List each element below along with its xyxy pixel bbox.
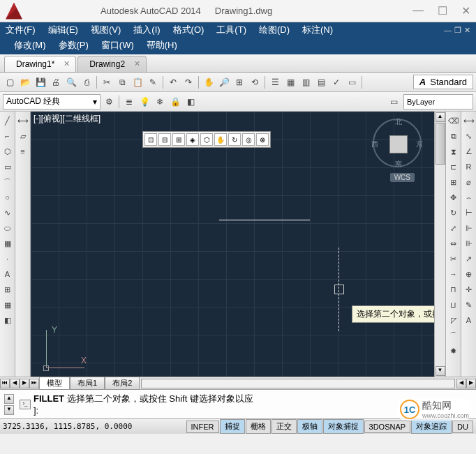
zoom-icon[interactable]: 🔎 bbox=[217, 75, 231, 89]
dim-aligned-icon[interactable]: ⤡ bbox=[463, 130, 475, 142]
doc-tab-drawing1[interactable]: Drawing1* ✕ bbox=[4, 56, 76, 72]
menu-window[interactable]: 窗口(W) bbox=[101, 39, 134, 52]
dim-radius-icon[interactable]: R bbox=[463, 160, 475, 173]
tab-next-icon[interactable]: ▶ bbox=[20, 379, 29, 388]
publish-icon[interactable]: ⎙ bbox=[80, 75, 94, 89]
calc-icon[interactable]: ▭ bbox=[345, 75, 359, 89]
region-icon[interactable]: ◧ bbox=[1, 314, 14, 326]
menu-param[interactable]: 参数(P) bbox=[59, 39, 89, 52]
tab-close-icon[interactable]: ✕ bbox=[64, 59, 70, 68]
gear-icon[interactable]: ⚙ bbox=[102, 95, 116, 109]
minimize-button[interactable]: — bbox=[412, 4, 424, 17]
horizontal-scrollbar[interactable] bbox=[141, 379, 455, 388]
maximize-button[interactable]: ☐ bbox=[438, 4, 447, 17]
ellipse-icon[interactable]: ⬭ bbox=[1, 222, 14, 234]
toggle-ortho[interactable]: 正交 bbox=[272, 419, 297, 434]
redo-icon[interactable]: ↷ bbox=[181, 75, 195, 89]
join-icon[interactable]: ⊔ bbox=[447, 298, 460, 311]
tab-last-icon[interactable]: ⏭ bbox=[29, 379, 39, 388]
coordinates[interactable]: 3725.3136, 1115.8785, 0.0000 bbox=[3, 422, 132, 431]
child-close-icon[interactable]: ✕ bbox=[464, 26, 470, 35]
menu-file[interactable]: 文件(F) bbox=[6, 24, 36, 36]
rotate-icon[interactable]: ↻ bbox=[447, 206, 460, 219]
hatch-icon[interactable]: ▦ bbox=[1, 237, 14, 250]
cut-icon[interactable]: ✂ bbox=[100, 75, 114, 89]
menu-modify[interactable]: 修改(M) bbox=[14, 39, 46, 52]
cmd-scroll-up-icon[interactable]: ▲ bbox=[4, 394, 14, 404]
copy-obj-icon[interactable]: ⧉ bbox=[447, 130, 460, 142]
list-icon[interactable]: ≡ bbox=[17, 145, 29, 158]
toggle-snap[interactable]: 捕捉 bbox=[220, 419, 245, 434]
text-icon[interactable]: A bbox=[1, 268, 14, 280]
tab-close-icon[interactable]: ✕ bbox=[134, 59, 140, 68]
viewcube[interactable]: 北 南 东 西 bbox=[373, 119, 422, 167]
arc-icon[interactable]: ⌒ bbox=[1, 176, 14, 188]
drawn-line-entity[interactable] bbox=[219, 220, 310, 220]
scroll-left-icon[interactable]: ◀ bbox=[456, 379, 466, 388]
match-icon[interactable]: ✎ bbox=[146, 75, 160, 89]
dim-edit-icon[interactable]: ✎ bbox=[463, 298, 475, 311]
tab-prev-icon[interactable]: ◀ bbox=[10, 379, 20, 388]
view-top-icon[interactable]: ⊡ bbox=[144, 133, 157, 146]
break-icon[interactable]: ⊓ bbox=[447, 283, 460, 296]
drawing-canvas[interactable]: [-][俯视][二维线框] ⊡ ⊟ ⊞ ◈ ⬡ ✋ ↻ ◎ ⊗ 北 南 东 西 … bbox=[31, 112, 434, 377]
dim-linear-icon[interactable]: ⟷ bbox=[463, 114, 475, 127]
view-orbit-icon[interactable]: ↻ bbox=[228, 133, 241, 146]
dim-style-icon[interactable]: A bbox=[463, 314, 475, 326]
design-center-icon[interactable]: ▦ bbox=[283, 75, 297, 89]
tab-first-icon[interactable]: ⏮ bbox=[0, 379, 10, 388]
child-restore-icon[interactable]: ❐ bbox=[454, 26, 461, 35]
bylayer-icon[interactable]: ▭ bbox=[387, 95, 401, 109]
view-pan-icon[interactable]: ✋ bbox=[214, 133, 227, 146]
scroll-thumb[interactable] bbox=[436, 123, 445, 165]
toggle-polar[interactable]: 极轴 bbox=[297, 419, 322, 434]
layer-lock-icon[interactable]: 🔒 bbox=[168, 95, 182, 109]
circle-icon[interactable]: ○ bbox=[1, 191, 14, 204]
point-icon[interactable]: · bbox=[1, 252, 14, 265]
scroll-up-icon[interactable]: ▲ bbox=[436, 112, 445, 122]
mirror-icon[interactable]: ⧗ bbox=[447, 145, 460, 158]
scale-icon[interactable]: ⤢ bbox=[447, 222, 460, 234]
menu-tools[interactable]: 工具(T) bbox=[216, 24, 246, 36]
toggle-otrack[interactable]: 对象追踪 bbox=[411, 419, 452, 434]
stretch-icon[interactable]: ⇔ bbox=[447, 237, 460, 250]
explode-icon[interactable]: ✸ bbox=[447, 345, 460, 357]
view-left-icon[interactable]: ⊞ bbox=[172, 133, 185, 146]
layer-state-icon[interactable]: 💡 bbox=[137, 95, 151, 109]
doc-tab-drawing2[interactable]: Drawing2 ✕ bbox=[77, 56, 147, 72]
block-icon[interactable]: ⊞ bbox=[1, 283, 14, 296]
save-icon[interactable]: 💾 bbox=[34, 75, 47, 89]
tolerance-icon[interactable]: ⊕ bbox=[463, 268, 475, 280]
menu-help[interactable]: 帮助(H) bbox=[147, 39, 177, 52]
layer-combo[interactable]: ByLayer bbox=[403, 94, 473, 109]
chamfer-icon[interactable]: ◸ bbox=[447, 314, 460, 326]
vertical-scrollbar[interactable]: ▲ ▼ bbox=[434, 112, 445, 377]
area-icon[interactable]: ▱ bbox=[17, 130, 29, 142]
menu-dim[interactable]: 标注(N) bbox=[302, 24, 333, 36]
tab-model[interactable]: 模型 bbox=[39, 377, 70, 390]
child-minimize-icon[interactable]: — bbox=[444, 26, 452, 35]
polygon-icon[interactable]: ⬡ bbox=[1, 145, 14, 158]
toggle-osnap[interactable]: 对象捕捉 bbox=[323, 419, 364, 434]
print-icon[interactable]: 🖨 bbox=[49, 75, 63, 89]
trim-icon[interactable]: ✂ bbox=[447, 252, 460, 265]
sheet-set-icon[interactable]: ▤ bbox=[314, 75, 328, 89]
view-front-icon[interactable]: ⊟ bbox=[158, 133, 171, 146]
tab-layout2[interactable]: 布局2 bbox=[105, 377, 140, 390]
undo-icon[interactable]: ↶ bbox=[166, 75, 180, 89]
markup-icon[interactable]: ✓ bbox=[329, 75, 343, 89]
dim-arc-icon[interactable]: ⌢ bbox=[463, 191, 475, 204]
toggle-infer[interactable]: INFER bbox=[186, 421, 219, 433]
dim-cont-icon[interactable]: ⊪ bbox=[463, 237, 475, 250]
tool-palette-icon[interactable]: ▥ bbox=[299, 75, 313, 89]
open-icon[interactable]: 📂 bbox=[18, 75, 32, 89]
center-icon[interactable]: ✛ bbox=[463, 283, 475, 296]
erase-icon[interactable]: ⌫ bbox=[447, 114, 460, 127]
move-icon[interactable]: ✥ bbox=[447, 191, 460, 204]
spline-icon[interactable]: ∿ bbox=[1, 206, 14, 219]
view-close-icon[interactable]: ⊗ bbox=[256, 133, 269, 146]
properties-icon[interactable]: ☰ bbox=[268, 75, 282, 89]
menu-format[interactable]: 格式(O) bbox=[173, 24, 204, 36]
tab-layout1[interactable]: 布局1 bbox=[70, 377, 105, 390]
line-icon[interactable]: ╱ bbox=[1, 114, 14, 127]
